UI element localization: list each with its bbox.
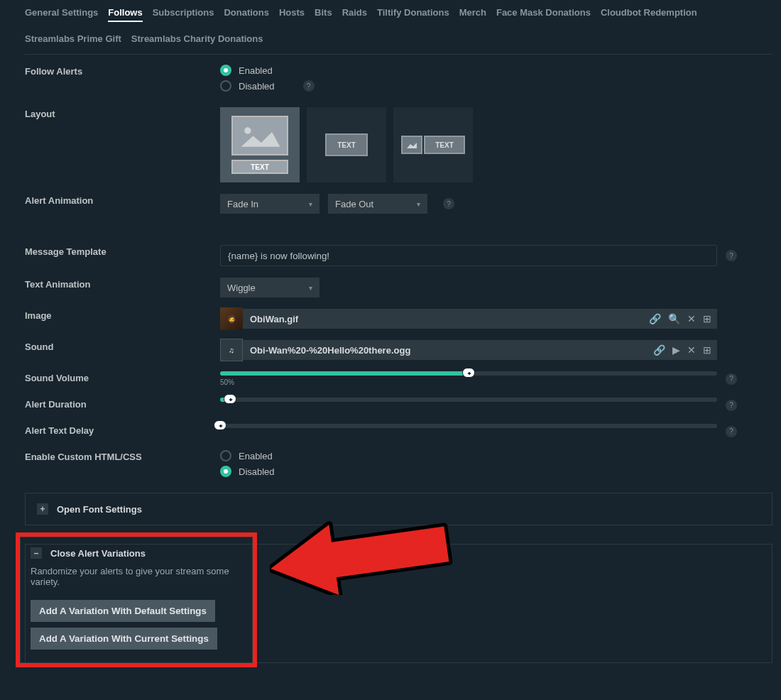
select-animation-out[interactable]: Fade Out [328, 194, 427, 214]
add-variation-default-button[interactable]: Add A Variation With Default Settings [31, 600, 215, 622]
tab-tiltify-donations[interactable]: Tiltify Donations [377, 6, 449, 22]
grid-icon[interactable]: ⊞ [703, 313, 711, 324]
label-custom-html: Enable Custom HTML/CSS [25, 450, 220, 481]
radio-customhtml-disabled[interactable]: Disabled [220, 466, 772, 477]
close-icon[interactable]: ✕ [687, 313, 696, 324]
label-layout: Layout [25, 107, 220, 182]
radio-on-icon [220, 65, 231, 76]
radio-label: Enabled [239, 451, 273, 461]
radio-off-icon [220, 80, 231, 92]
select-value: Wiggle [227, 283, 256, 293]
svg-point-0 [244, 127, 251, 133]
slider-value: 8s [0, 405, 479, 412]
music-note-icon: ♫ [220, 339, 243, 361]
layout-option-stacked[interactable]: TEXT [220, 107, 300, 182]
select-animation-in[interactable]: Fade In [220, 194, 320, 214]
tab-face-mask-donations[interactable]: Face Mask Donations [496, 6, 591, 22]
tab-subscriptions[interactable]: Subscriptions [153, 6, 214, 22]
panel-title: Open Font Settings [57, 504, 142, 515]
tab-follows[interactable]: Follows [108, 6, 142, 22]
label-sound: Sound [25, 340, 220, 360]
panel-title: Close Alert Variations [50, 548, 146, 559]
tab-donations[interactable]: Donations [224, 6, 269, 22]
slider-thumb[interactable] [224, 394, 236, 404]
select-value: Fade In [227, 199, 258, 209]
layout-option-side[interactable]: TEXT [393, 107, 473, 182]
grid-icon[interactable]: ⊞ [703, 344, 711, 356]
tutorial-highlight: – Close Alert Variations Randomize your … [16, 532, 257, 667]
panel-close-alert-variations[interactable]: – Close Alert Variations Randomize your … [20, 537, 253, 663]
layout-text-badge: TEXT [231, 160, 288, 174]
help-icon[interactable] [303, 80, 315, 92]
radio-label: Enabled [239, 65, 273, 76]
help-icon[interactable] [726, 426, 737, 437]
layout-text-badge: TEXT [424, 136, 465, 154]
divider [25, 54, 772, 55]
slider-alert-duration[interactable]: 8s [220, 398, 717, 412]
tab-general-settings[interactable]: General Settings [25, 6, 98, 22]
tab-streamlabs-prime-gift[interactable]: Streamlabs Prime Gift [25, 32, 121, 45]
panel-open-font-settings[interactable]: + Open Font Settings [25, 493, 772, 525]
slider-thumb[interactable] [214, 420, 226, 430]
collapse-icon: – [31, 547, 42, 559]
slider-value: 50% [220, 378, 717, 386]
input-message-template[interactable] [220, 245, 717, 266]
radio-on-icon [220, 466, 231, 477]
tab-cloudbot-redemption[interactable]: Cloudbot Redemption [601, 6, 697, 22]
panel-description: Randomize your alerts to give your strea… [31, 566, 242, 587]
link-icon[interactable]: 🔗 [649, 313, 661, 324]
file-name: ObiWan.gif [243, 314, 643, 324]
radio-label: Disabled [239, 81, 275, 92]
tab-bar: General SettingsFollowsSubscriptionsDona… [25, 6, 772, 48]
image-thumbnail-icon: 🧔 [220, 307, 243, 330]
layout-option-text-only[interactable]: TEXT [307, 107, 386, 182]
tab-merch[interactable]: Merch [459, 6, 486, 22]
label-text-animation: Text Animation [25, 278, 220, 297]
help-icon[interactable] [726, 250, 737, 261]
slider-thumb[interactable] [462, 368, 475, 378]
radio-off-icon [220, 450, 231, 461]
link-icon[interactable]: 🔗 [653, 344, 665, 356]
tab-raids[interactable]: Raids [342, 6, 367, 22]
select-value: Fade Out [335, 199, 373, 209]
add-variation-current-button[interactable]: Add A Variation With Current Settings [31, 628, 217, 650]
label-sound-volume: Sound Volume [25, 371, 220, 386]
expand-icon: + [37, 503, 48, 515]
radio-customhtml-enabled[interactable]: Enabled [220, 450, 772, 461]
tab-hosts[interactable]: Hosts [279, 6, 305, 22]
layout-text-badge: TEXT [325, 133, 368, 156]
tab-bits[interactable]: Bits [315, 6, 332, 22]
help-icon[interactable] [726, 400, 737, 411]
help-icon[interactable] [443, 198, 454, 209]
file-name: Obi-Wan%20-%20Hello%20there.ogg [243, 345, 648, 356]
tab-streamlabs-charity-donations[interactable]: Streamlabs Charity Donations [131, 32, 263, 45]
label-follow-alerts: Follow Alerts [25, 65, 220, 96]
radio-follow-disabled[interactable]: Disabled [220, 80, 772, 92]
label-alert-animation: Alert Animation [25, 194, 220, 214]
label-message-template: Message Template [25, 245, 220, 266]
radio-follow-enabled[interactable]: Enabled [220, 65, 772, 76]
slider-sound-volume[interactable]: 50% [220, 371, 717, 386]
radio-label: Disabled [239, 466, 275, 477]
play-icon[interactable]: ▶ [672, 344, 680, 356]
slider-alert-text-delay[interactable]: 0s [220, 424, 717, 439]
select-text-animation[interactable]: Wiggle [220, 278, 320, 297]
close-icon[interactable]: ✕ [687, 344, 696, 356]
zoom-icon[interactable]: 🔍 [668, 313, 680, 324]
help-icon[interactable] [726, 373, 737, 385]
label-image: Image [25, 309, 220, 329]
file-sound[interactable]: ♫ Obi-Wan%20-%20Hello%20there.ogg 🔗 ▶ ✕ … [220, 340, 717, 360]
file-image[interactable]: 🧔 ObiWan.gif 🔗 🔍 ✕ ⊞ [220, 309, 717, 329]
slider-value: 0s [0, 431, 469, 439]
